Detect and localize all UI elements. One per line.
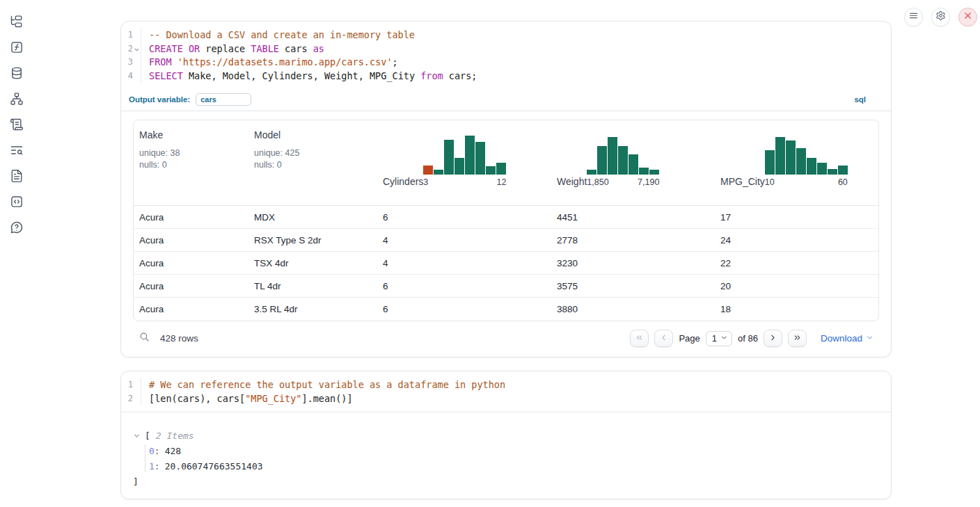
line-number: 1 [121, 378, 141, 392]
column-histogram: 1060 [765, 136, 848, 187]
page-label: Page [679, 333, 700, 344]
entry-value: 428 [165, 446, 181, 456]
table-row[interactable]: AcuraRSX Type S 2dr4277824 [134, 229, 878, 252]
search-icon [139, 331, 150, 346]
collapse-chevron-icon[interactable] [133, 432, 141, 440]
sidebar-item-file-explorer[interactable] [9, 15, 24, 31]
histogram-min-label: 10 [765, 177, 775, 187]
code-text: # We can reference the output variable a… [141, 378, 505, 392]
sidebar-item-variables[interactable] [9, 41, 24, 56]
histogram-bar [817, 163, 827, 175]
histogram-bar [475, 142, 485, 175]
table-cell: 18 [715, 304, 878, 314]
histogram-max-label: 12 [496, 177, 506, 187]
histogram-bar [455, 158, 464, 175]
gear-icon [935, 10, 946, 24]
code-line: 1# We can reference the output variable … [121, 378, 891, 392]
download-label: Download [821, 333, 862, 344]
output-variable-label: Output variable: [129, 95, 190, 104]
sidebar-item-datasources[interactable] [9, 67, 24, 82]
sidebar-item-snippets[interactable] [9, 195, 24, 211]
column-header[interactable]: Cylinders [383, 176, 423, 187]
line-number: 4 [121, 70, 141, 83]
table-row[interactable]: AcuraTL 4dr6357520 [134, 275, 878, 298]
histogram-bars [765, 136, 848, 175]
histogram-axis-labels: 1,8507,190 [587, 177, 659, 187]
column-header[interactable]: Weight [557, 176, 587, 187]
output-variable-row: Output variable: sql [121, 89, 891, 111]
first-page-button[interactable] [630, 330, 649, 347]
sidebar-item-dependencies[interactable] [9, 92, 24, 108]
search-button[interactable] [139, 331, 150, 346]
table-column-header: Weight1,8507,190 [551, 129, 715, 205]
line-number: 2 [121, 392, 141, 406]
line-number: 1 [121, 29, 141, 42]
histogram-axis-labels: 312 [423, 177, 506, 187]
chevrons-left-icon [635, 333, 644, 344]
table-cell: 4 [377, 235, 551, 246]
open-bracket: [ [145, 430, 150, 441]
table-cell: Acura [134, 281, 248, 291]
page-total-label: of 86 [738, 333, 758, 344]
last-page-button[interactable] [788, 330, 807, 347]
column-stats: unique: 425nulls: 0 [254, 147, 370, 171]
download-button[interactable]: Download [821, 333, 874, 344]
table-body: AcuraMDX6445117AcuraRSX Type S 2dr427782… [134, 206, 878, 321]
code-line: 1-- Download a CSV and create an in-memo… [121, 29, 891, 42]
tree-root: [2 Items [133, 428, 879, 443]
file-text-icon [10, 169, 24, 186]
sql-cell: 1-- Download a CSV and create an in-memo… [120, 21, 892, 357]
file-tree-icon [10, 15, 24, 31]
table-header: Makeunique: 38nulls: 0Modelunique: 425nu… [134, 120, 878, 206]
help-bubble-icon [10, 220, 24, 237]
list-search-icon [10, 143, 24, 160]
table-row[interactable]: AcuraMDX6445117 [134, 206, 878, 229]
table-cell: 6 [377, 281, 551, 291]
language-badge[interactable]: sql [854, 95, 866, 104]
table-row[interactable]: AcuraTSX 4dr4323022 [134, 252, 878, 275]
code-text: [len(cars), cars["MPG_City"].mean()] [141, 392, 353, 406]
histogram-bar [786, 140, 796, 175]
chevrons-right-icon [793, 333, 802, 344]
table-column-header: Cylinders312 [377, 129, 551, 205]
menu-button[interactable] [904, 8, 923, 26]
menu-icon [908, 10, 919, 24]
table-row[interactable]: Acura3.5 RL 4dr6388018 [134, 298, 878, 321]
column-histogram: 1,8507,190 [587, 136, 659, 187]
table-cell: TSX 4dr [248, 258, 377, 268]
sql-code-editor[interactable]: 1-- Download a CSV and create an in-memo… [121, 22, 891, 89]
table-column-header: Modelunique: 425nulls: 0 [248, 129, 377, 205]
close-button[interactable] [958, 8, 977, 26]
next-page-button[interactable] [764, 330, 782, 347]
sidebar-item-documentation[interactable] [9, 170, 24, 185]
code-text: FROM 'https://datasets.marimo.app/cars.c… [141, 56, 398, 70]
table-cell: Acura [134, 258, 248, 268]
column-header[interactable]: Make [139, 129, 163, 140]
python-code-editor[interactable]: 1# We can reference the output variable … [121, 371, 891, 412]
function-square-icon [10, 40, 24, 57]
column-header[interactable]: Model [254, 129, 280, 140]
entry-index: 1 [149, 461, 155, 472]
table-cell: MDX [248, 212, 377, 223]
entry-value: 20.060747663551403 [165, 461, 263, 472]
table-cell: 2778 [551, 235, 715, 246]
histogram-min-label: 1,850 [587, 177, 608, 187]
close-bracket: ] [133, 476, 139, 487]
page-select[interactable]: 1 [706, 331, 732, 346]
table-footer: 428 rows Page 1 of 86 [121, 321, 891, 357]
previous-page-button[interactable] [654, 330, 673, 347]
code-line: 2CREATE OR replace TABLE cars as [121, 42, 891, 56]
code-line: 2[len(cars), cars["MPG_City"].mean()] [121, 392, 891, 406]
sidebar-item-outline[interactable] [9, 118, 24, 134]
close-icon [963, 10, 973, 24]
sidebar-item-logs[interactable] [9, 144, 24, 159]
output-variable-input[interactable] [196, 93, 251, 106]
table-cell: 3575 [551, 281, 715, 291]
histogram-max-label: 60 [838, 177, 848, 187]
histogram-bar [838, 166, 848, 175]
tree-entry: 0:428 [149, 443, 879, 458]
settings-button[interactable] [931, 8, 950, 26]
column-header[interactable]: MPG_City [720, 176, 765, 187]
sidebar-item-help[interactable] [9, 221, 24, 236]
histogram-bar [629, 154, 638, 175]
